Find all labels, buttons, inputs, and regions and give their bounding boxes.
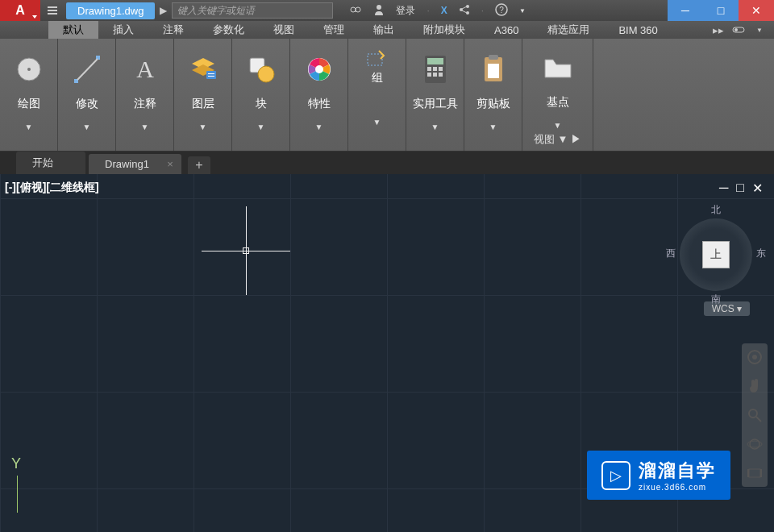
chevron-down-icon[interactable]: ▼ xyxy=(199,123,207,131)
tab-insert[interactable]: 插入 xyxy=(98,21,148,39)
panel-label: 特性 xyxy=(308,97,331,111)
qat-dropdown-icon[interactable]: ▶ xyxy=(160,5,167,16)
chevron-down-icon[interactable]: ▼ xyxy=(554,121,562,130)
tab-a360[interactable]: A360 xyxy=(480,23,533,38)
panel-modify[interactable]: 修改 ▼ xyxy=(58,39,116,151)
tab-addons[interactable]: 附加模块 xyxy=(409,21,480,39)
viewcube-west[interactable]: 西 xyxy=(666,247,676,260)
panel-group[interactable]: 组 ▼ xyxy=(348,39,406,151)
qat-menu-icon[interactable] xyxy=(44,2,61,19)
viewcube-north[interactable]: 北 xyxy=(711,203,721,217)
chevron-down-icon[interactable]: ▼ xyxy=(431,123,439,131)
start-tab[interactable]: 开始 xyxy=(16,152,85,174)
chevron-down-icon[interactable]: ▼ xyxy=(373,118,381,127)
svg-rect-31 xyxy=(427,58,443,64)
panel-label: 剪贴板 xyxy=(476,97,510,111)
ribbon-collapse-icon[interactable] xyxy=(732,24,748,36)
svg-rect-34 xyxy=(439,67,443,71)
ribbon-tail: ▸▸ ▼ xyxy=(713,24,774,36)
user-icon[interactable] xyxy=(373,4,385,18)
viewcube-top-face[interactable]: 上 xyxy=(702,241,730,268)
ucs-y-label: Y xyxy=(11,455,21,472)
panel-annotate[interactable]: A 注释 ▼ xyxy=(116,39,174,151)
panel-label: 修改 xyxy=(76,97,98,111)
layers-icon xyxy=(187,47,219,92)
app-logo[interactable]: A xyxy=(0,0,40,21)
svg-point-26 xyxy=(258,66,274,82)
tab-parametric[interactable]: 参数化 xyxy=(198,21,259,39)
maximize-button[interactable]: □ xyxy=(703,0,739,21)
search-input[interactable]: 键入关键字或短语 xyxy=(172,2,333,19)
titlebar-right: 登录 · X · ? ▼ xyxy=(349,3,526,19)
separator: · xyxy=(427,5,429,16)
help-dropdown-icon[interactable]: ▼ xyxy=(519,7,526,15)
svg-text:A: A xyxy=(136,56,154,82)
window-controls: ─ □ ✕ xyxy=(668,0,774,21)
svg-rect-29 xyxy=(368,54,382,65)
drawing-tab[interactable]: Drawing1 × xyxy=(89,154,181,174)
panel-label: 实用工具 xyxy=(413,97,458,111)
tabs-overflow-icon[interactable]: ▸▸ xyxy=(713,24,724,36)
panel-clipboard[interactable]: 剪贴板 ▼ xyxy=(464,39,522,151)
svg-rect-35 xyxy=(427,73,431,77)
tab-view[interactable]: 视图 xyxy=(259,21,309,39)
svg-rect-36 xyxy=(433,73,437,77)
zoom-icon[interactable] xyxy=(746,406,764,424)
active-document-tab[interactable]: Drawing1.dwg xyxy=(66,2,155,19)
panel-label: 图层 xyxy=(192,97,214,111)
chevron-down-icon[interactable]: ▼ xyxy=(141,123,149,131)
viewport-label[interactable]: [-][俯视][二维线框] xyxy=(5,181,99,195)
help-icon[interactable]: ? xyxy=(495,3,508,19)
tab-manage[interactable]: 管理 xyxy=(309,21,359,39)
svg-rect-22 xyxy=(206,71,216,79)
svg-line-10 xyxy=(462,6,467,9)
drawing-canvas[interactable]: [-][俯视][二维线框] Y ─ □ ✕ 上 北 南 东 西 WCS ▾ xyxy=(0,174,774,532)
orbit-icon[interactable] xyxy=(746,435,764,453)
close-button[interactable]: ✕ xyxy=(739,0,774,21)
viewport-controls: ─ □ ✕ xyxy=(719,181,763,196)
ribbon-dropdown-icon[interactable]: ▼ xyxy=(756,27,763,34)
chevron-down-icon[interactable]: ▼ xyxy=(83,123,91,131)
chevron-down-icon[interactable]: ▼ xyxy=(489,123,497,131)
wcs-badge[interactable]: WCS ▾ xyxy=(704,301,750,316)
steering-wheel-icon[interactable] xyxy=(746,348,764,366)
tab-default[interactable]: 默认 xyxy=(48,21,98,39)
chevron-down-icon[interactable]: ▼ xyxy=(315,123,323,131)
minimize-button[interactable]: ─ xyxy=(668,0,703,21)
svg-rect-2 xyxy=(48,13,57,15)
svg-point-28 xyxy=(315,65,323,73)
panel-basepoint[interactable]: 基点 ▼ 视图 ▼ ▶ xyxy=(522,39,593,151)
chevron-down-icon[interactable]: ▼ xyxy=(25,123,33,131)
panel-footer-label[interactable]: 视图 ▼ ▶ xyxy=(534,130,581,149)
search-icon[interactable] xyxy=(349,4,362,18)
viewcube[interactable]: 上 北 南 东 西 xyxy=(668,206,764,303)
share-icon[interactable] xyxy=(459,4,470,18)
play-icon: ▷ xyxy=(601,461,630,490)
svg-rect-0 xyxy=(48,6,57,8)
line-icon xyxy=(71,47,103,92)
viewport-maximize-icon[interactable]: □ xyxy=(736,181,744,196)
panel-draw[interactable]: 绘图 ▼ xyxy=(0,39,58,151)
close-icon[interactable]: × xyxy=(167,158,173,170)
svg-rect-32 xyxy=(427,67,431,71)
svg-rect-23 xyxy=(208,73,214,74)
tab-featured[interactable]: 精选应用 xyxy=(533,21,604,39)
tab-output[interactable]: 输出 xyxy=(359,21,409,39)
viewport-close-icon[interactable]: ✕ xyxy=(752,181,763,196)
group-icon xyxy=(366,47,389,71)
viewport-minimize-icon[interactable]: ─ xyxy=(719,181,728,196)
pan-icon[interactable] xyxy=(746,377,764,395)
panel-properties[interactable]: 特性 ▼ xyxy=(290,39,348,151)
tab-annotate[interactable]: 注释 xyxy=(148,21,198,39)
login-label[interactable]: 登录 xyxy=(396,4,415,18)
chevron-down-icon[interactable]: ▼ xyxy=(257,123,265,131)
add-tab-button[interactable]: + xyxy=(188,156,210,174)
viewcube-east[interactable]: 东 xyxy=(756,247,766,260)
tab-bim360[interactable]: BIM 360 xyxy=(604,23,672,38)
panel-block[interactable]: 块 ▼ xyxy=(232,39,290,151)
panel-layers[interactable]: 图层 ▼ xyxy=(174,39,232,151)
showmotion-icon[interactable] xyxy=(746,464,764,482)
panel-utilities[interactable]: 实用工具 ▼ xyxy=(406,39,464,151)
viewcube-ring[interactable]: 上 xyxy=(680,218,752,291)
exchange-icon[interactable]: X xyxy=(441,5,447,16)
